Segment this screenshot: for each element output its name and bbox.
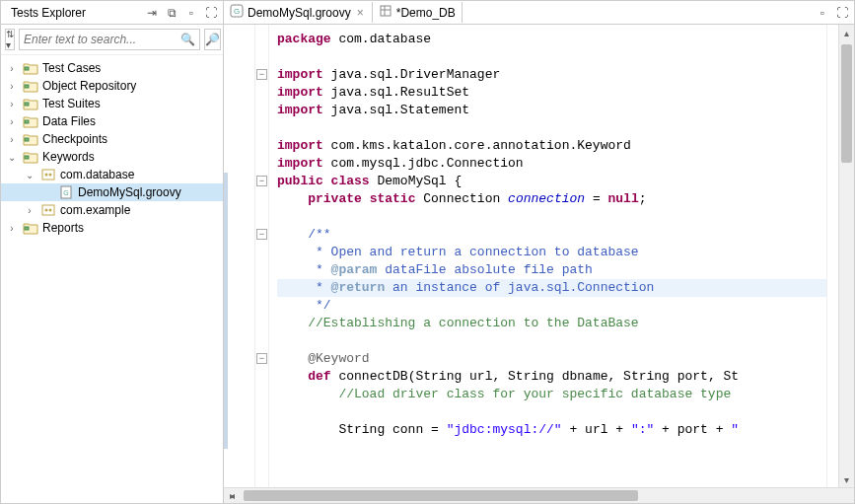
scroll-down-icon[interactable]: ▾ [839, 471, 854, 487]
fold-toggle-icon[interactable]: − [256, 353, 267, 364]
svg-rect-2 [25, 103, 29, 106]
svg-rect-11 [42, 205, 54, 215]
groovy-file-icon: G [230, 4, 244, 21]
code-line[interactable] [277, 208, 826, 226]
chevron-right-icon[interactable]: › [23, 205, 36, 216]
search-input[interactable] [20, 33, 177, 46]
svg-rect-6 [42, 170, 54, 180]
code-line[interactable]: import com.kms.katalon.core.annotation.K… [277, 137, 826, 155]
horizontal-scrollbar[interactable]: ◂ ▸ [224, 487, 854, 503]
tree-item-label: Object Repository [42, 79, 136, 93]
editor-minimize-icon[interactable]: ▫ [815, 5, 830, 21]
tree-item[interactable]: GDemoMySql.groovy [1, 183, 223, 201]
code-line[interactable] [277, 439, 826, 457]
editor-tab-label: *Demo_DB [396, 6, 456, 20]
editor-tab-label: DemoMySql.groovy [248, 6, 351, 20]
overview-ruler[interactable] [826, 25, 838, 487]
maximize-icon[interactable]: ⛶ [203, 5, 219, 21]
tree-item-label: Test Suites [42, 97, 101, 110]
folder-icon [23, 150, 38, 164]
tree-item[interactable]: ›Checkpoints [1, 130, 223, 148]
chevron-right-icon[interactable]: › [5, 116, 19, 127]
code-line[interactable]: private static Connection connection = n… [277, 190, 826, 208]
vertical-scrollbar[interactable]: ▴ ▾ [838, 25, 854, 487]
svg-rect-17 [381, 6, 391, 16]
code-line[interactable] [277, 48, 826, 66]
search-icon[interactable]: 🔍 [177, 33, 199, 46]
code-line[interactable]: * Open and return a connection to databa… [277, 244, 826, 261]
editor-tab-demodb[interactable]: *Demo_DB [373, 2, 463, 23]
code-line[interactable]: import com.mysql.jdbc.Connection [277, 155, 826, 173]
collapse-all-icon[interactable]: ⇥ [144, 5, 160, 21]
folder-icon [23, 79, 38, 93]
tree-item[interactable]: ›Reports [1, 219, 223, 237]
package-icon [40, 203, 56, 217]
tree-item-label: DemoMySql.groovy [78, 185, 181, 199]
chevron-down-icon[interactable]: ⌄ [5, 152, 19, 163]
code-line[interactable]: def connectDB(String url, String dbname,… [277, 368, 826, 386]
chevron-right-icon[interactable]: › [5, 99, 19, 109]
link-editor-icon[interactable]: ⧉ [164, 5, 179, 21]
package-icon [40, 168, 56, 181]
code-line[interactable]: public class DemoMySql { [277, 173, 826, 190]
minimize-icon[interactable]: ▫ [183, 5, 199, 21]
scroll-up-icon[interactable]: ▴ [839, 25, 854, 40]
tree-item[interactable]: ›Object Repository [1, 77, 223, 95]
scrollbar-thumb[interactable] [841, 44, 852, 163]
advanced-search-icon[interactable]: 🔎 [204, 29, 221, 50]
code-line[interactable]: * @return an instance of java.sql.Connec… [277, 279, 826, 297]
fold-toggle-icon[interactable]: − [256, 229, 267, 240]
tree-item-label: Checkpoints [42, 132, 107, 146]
code-line[interactable]: import java.sql.DriverManager [277, 66, 826, 84]
svg-rect-4 [25, 138, 29, 141]
code-line[interactable]: import java.sql.ResultSet [277, 84, 826, 102]
code-line[interactable]: * @param dataFile absolute file path [277, 261, 826, 279]
code-line[interactable]: //Load driver class for your specific da… [277, 386, 826, 403]
code-line[interactable]: @Keyword [277, 350, 826, 368]
code-line[interactable] [277, 403, 826, 421]
chevron-right-icon[interactable]: › [5, 223, 19, 234]
chevron-down-icon[interactable]: ⌄ [23, 170, 36, 180]
tree-item[interactable]: ⌄com.database [1, 166, 223, 183]
tree-item-label: Keywords [42, 150, 95, 164]
tree-item[interactable]: ›com.example [1, 201, 223, 219]
chevron-right-icon[interactable]: › [5, 81, 19, 92]
search-input-wrap[interactable]: 🔍 [19, 29, 200, 50]
tree-item-label: com.database [60, 168, 134, 181]
code-line[interactable]: //Establishing a connection to the DataB… [277, 315, 826, 332]
fold-toggle-icon[interactable]: − [256, 69, 267, 80]
editor-maximize-icon[interactable]: ⛶ [834, 5, 850, 21]
folder-icon [23, 221, 38, 235]
code-line[interactable]: /** [277, 226, 826, 244]
folder-icon [23, 61, 38, 75]
scroll-right-icon[interactable]: ▸ [224, 488, 240, 504]
chevron-right-icon[interactable]: › [5, 63, 19, 74]
code-line[interactable]: String conn = "jdbc:mysql://" + url + ":… [277, 421, 826, 439]
code-editor[interactable]: package com.databaseimport java.sql.Driv… [269, 25, 826, 487]
code-line[interactable]: package com.database [277, 31, 826, 48]
explorer-tree[interactable]: ›Test Cases›Object Repository›Test Suite… [1, 55, 223, 503]
sort-dropdown[interactable]: ⇅ ▾ [5, 29, 15, 50]
code-line[interactable]: */ [277, 297, 826, 315]
folder-icon [23, 97, 38, 110]
tree-item-label: Test Cases [42, 61, 101, 75]
tree-item[interactable]: ›Test Suites [1, 95, 223, 112]
code-line[interactable]: import java.sql.Statement [277, 102, 826, 119]
code-line[interactable] [277, 119, 826, 137]
fold-toggle-icon[interactable]: − [256, 176, 267, 186]
tree-item-label: com.example [60, 203, 130, 217]
tree-item[interactable]: ⌄Keywords [1, 148, 223, 166]
scrollbar-thumb-h[interactable] [244, 490, 638, 501]
svg-point-8 [49, 174, 52, 177]
close-icon[interactable]: × [355, 6, 366, 20]
tree-item[interactable]: ›Test Cases [1, 59, 223, 77]
svg-rect-14 [25, 227, 29, 230]
editor-tab-demomysql[interactable]: G DemoMySql.groovy × [224, 2, 373, 23]
fold-strip[interactable]: −−−− [255, 25, 269, 487]
svg-text:G: G [234, 7, 240, 16]
tree-item[interactable]: ›Data Files [1, 112, 223, 130]
code-line[interactable] [277, 332, 826, 350]
svg-rect-1 [25, 85, 29, 88]
folder-icon [23, 114, 38, 128]
chevron-right-icon[interactable]: › [5, 134, 19, 145]
